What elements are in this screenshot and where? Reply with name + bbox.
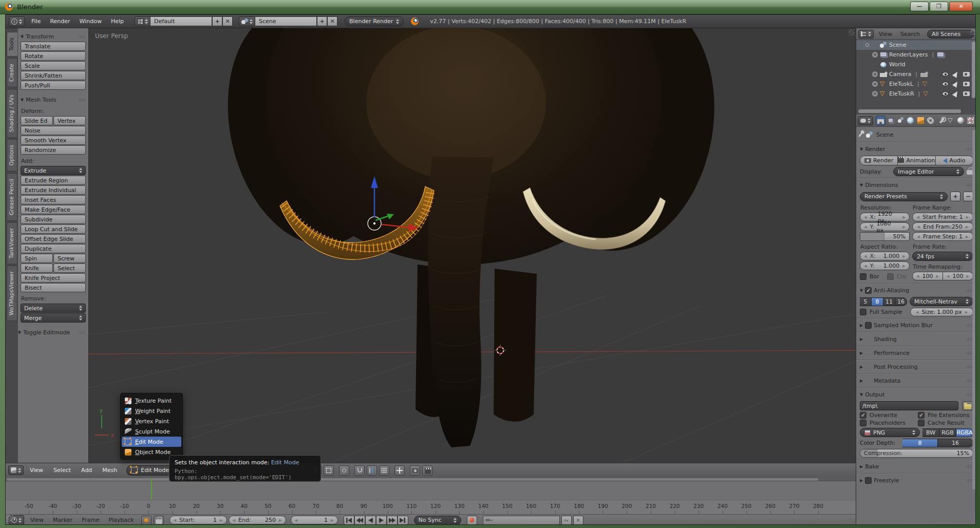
aa-sample-button[interactable]: 11: [883, 297, 895, 306]
tool-button[interactable]: Bisect: [21, 283, 86, 292]
use-preview-range-button[interactable]: [141, 516, 152, 525]
keying-set-field[interactable]: [483, 516, 560, 525]
aa-sample-button[interactable]: 16: [895, 297, 907, 306]
aa-sample-button[interactable]: 5: [860, 297, 872, 306]
current-frame-field[interactable]: 1: [291, 516, 338, 524]
tab-scene[interactable]: [896, 116, 906, 125]
timeline-menu-item[interactable]: View: [26, 517, 48, 523]
play-reverse-button[interactable]: [365, 516, 376, 525]
collapsed-panel-header[interactable]: Post Processing: [860, 362, 973, 372]
tool-button[interactable]: Knife: [21, 263, 53, 273]
aa-size-field[interactable]: Size: 1.000 px: [910, 308, 973, 316]
minimize-button[interactable]: —: [910, 2, 929, 11]
add-preset-button[interactable]: +: [950, 192, 960, 201]
full-sample-checkbox[interactable]: Full Sample: [860, 309, 908, 315]
tool-button[interactable]: Offset Edge Slide: [21, 234, 86, 243]
object-name[interactable]: World: [889, 61, 906, 68]
renderability-camera-icon[interactable]: [963, 72, 970, 77]
tool-button[interactable]: Smooth Vertex: [21, 136, 86, 145]
scene-selector[interactable]: Scene + ✕: [239, 16, 337, 26]
tool-button[interactable]: Translate: [21, 42, 86, 51]
file-browse-button[interactable]: [962, 401, 973, 410]
timeline-menu-item[interactable]: Playback: [104, 517, 138, 523]
tool-button[interactable]: Scale: [21, 61, 86, 70]
tab-constraints[interactable]: [926, 116, 936, 125]
expand-icon[interactable]: [872, 81, 878, 87]
tab-object[interactable]: [916, 116, 926, 125]
collapsed-panel-header[interactable]: Metadata: [860, 375, 973, 386]
output-checkbox[interactable]: Placeholders: [860, 420, 915, 426]
remove-dropdown[interactable]: Merge: [21, 313, 86, 323]
extrude-dropdown[interactable]: Extrude: [21, 166, 86, 175]
tool-button[interactable]: Noise: [21, 126, 86, 135]
freestyle-checkbox[interactable]: [865, 477, 872, 484]
antialiasing-checkbox[interactable]: [865, 287, 872, 294]
mode-menu-item[interactable]: Sculpt Mode: [122, 426, 181, 437]
outliner-row[interactable]: Camera |: [856, 69, 976, 79]
selectability-cursor-icon[interactable]: [952, 70, 959, 78]
end-frame-field[interactable]: End: 250: [229, 516, 286, 524]
aspect-y-field[interactable]: Y:1.000: [860, 261, 910, 270]
remove-dropdown[interactable]: Delete: [21, 304, 86, 313]
tool-button[interactable]: Loop Cut and Slide: [21, 224, 86, 234]
panel-grip-icon[interactable]: [79, 331, 86, 334]
crop-checkbox[interactable]: Cro: [887, 273, 907, 280]
manipulator-button[interactable]: [394, 465, 405, 476]
toolshelf-tab[interactable]: Shading / UVs: [7, 89, 17, 138]
viewport-menu-item[interactable]: Select: [48, 467, 76, 474]
audio-button[interactable]: Audio: [936, 156, 973, 165]
menubar-item[interactable]: Help: [106, 18, 128, 25]
snap-grid-button[interactable]: [379, 465, 389, 476]
aa-filter-dropdown[interactable]: Mitchell-Netrav: [910, 297, 973, 306]
expand-icon[interactable]: [872, 52, 878, 58]
expand-dot-icon[interactable]: [865, 43, 869, 47]
viewport-3d[interactable]: x y User Persp: [89, 28, 856, 463]
tool-button[interactable]: Knife Project: [21, 273, 86, 282]
object-name[interactable]: Camera: [889, 71, 911, 78]
tool-button[interactable]: Rotate: [21, 51, 86, 61]
add-scene-button[interactable]: +: [317, 16, 327, 26]
object-name[interactable]: EleTuskL: [889, 81, 913, 87]
mode-menu-item[interactable]: Texture Paint: [122, 395, 181, 406]
previous-keyframe-button[interactable]: [354, 516, 365, 525]
insert-keyframe-button[interactable]: 🗝: [561, 516, 572, 525]
layout-selector[interactable]: Default + ✕: [135, 16, 233, 26]
sync-mode-dropdown[interactable]: No Sync: [414, 516, 461, 525]
resolution-percent-slider[interactable]: 50%: [860, 232, 910, 241]
tool-button[interactable]: Shrink/Fatten: [21, 71, 86, 80]
tab-render-layers[interactable]: [886, 116, 896, 125]
depth-button[interactable]: 8: [902, 439, 938, 447]
channel-button[interactable]: RGB: [939, 428, 956, 437]
renderability-camera-icon[interactable]: [963, 82, 970, 86]
tab-texture[interactable]: [966, 116, 976, 125]
viewport-menu-item[interactable]: Add: [76, 467, 97, 474]
output-checkbox[interactable]: Cache Result: [918, 420, 973, 426]
tool-button[interactable]: Extrude Individual: [21, 185, 86, 195]
timeline-editor[interactable]: -50-40-30-20-100102030405060708090100110…: [6, 477, 976, 525]
tool-button[interactable]: Subdivide: [21, 215, 86, 224]
channel-button[interactable]: BW: [922, 428, 939, 437]
outliner-row[interactable]: RenderLayers |: [856, 50, 976, 60]
opengl-render-anim-button[interactable]: [422, 465, 432, 476]
outliner-hscrollbar[interactable]: [858, 109, 961, 113]
visibility-eye-icon[interactable]: [942, 91, 949, 96]
add-layout-button[interactable]: +: [212, 16, 222, 26]
editor-type-button[interactable]: [858, 116, 873, 125]
outliner-row[interactable]: EleTuskL |: [856, 79, 976, 89]
editor-type-button[interactable]: [8, 465, 24, 475]
timeline-ruler[interactable]: -50-40-30-20-100102030405060708090100110…: [6, 500, 976, 514]
output-checkbox[interactable]: Overwrite: [860, 412, 915, 419]
tool-button[interactable]: Spin: [21, 254, 53, 263]
panel-antialiasing-header[interactable]: Anti-Aliasing: [860, 285, 973, 295]
opengl-render-button[interactable]: [410, 465, 420, 476]
remap-new-field[interactable]: 100: [943, 272, 973, 280]
aa-sample-button[interactable]: 8: [872, 297, 883, 306]
scene-name-field[interactable]: Scene: [255, 16, 317, 26]
layout-name-field[interactable]: Default: [150, 16, 212, 26]
viewport-menu-item[interactable]: View: [25, 467, 48, 474]
tab-render[interactable]: [876, 116, 885, 125]
display-dropdown[interactable]: Image Editor: [893, 167, 964, 176]
tool-button[interactable]: Screw: [53, 254, 86, 263]
tool-button[interactable]: Inset Faces: [21, 195, 86, 204]
editor-type-button[interactable]: [858, 30, 874, 39]
